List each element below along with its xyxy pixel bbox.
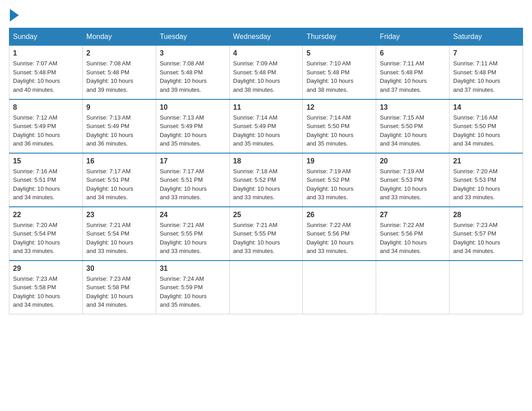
day-number: 23	[86, 211, 152, 219]
calendar-cell	[376, 261, 450, 314]
calendar-cell: 22 Sunrise: 7:20 AM Sunset: 5:54 PM Dayl…	[9, 207, 83, 261]
week-row-5: 29 Sunrise: 7:23 AM Sunset: 5:58 PM Dayl…	[9, 261, 523, 314]
calendar-cell: 11 Sunrise: 7:14 AM Sunset: 5:49 PM Dayl…	[229, 99, 303, 153]
calendar-cell: 25 Sunrise: 7:21 AM Sunset: 5:55 PM Dayl…	[229, 207, 303, 261]
calendar-cell: 8 Sunrise: 7:12 AM Sunset: 5:49 PM Dayli…	[9, 99, 83, 153]
weekday-header-tuesday: Tuesday	[156, 28, 229, 46]
calendar-cell: 6 Sunrise: 7:11 AM Sunset: 5:48 PM Dayli…	[376, 46, 450, 99]
day-info: Sunrise: 7:22 AM Sunset: 5:56 PM Dayligh…	[380, 221, 446, 256]
day-number: 5	[306, 49, 372, 57]
day-info: Sunrise: 7:19 AM Sunset: 5:53 PM Dayligh…	[380, 167, 446, 202]
day-info: Sunrise: 7:19 AM Sunset: 5:52 PM Dayligh…	[306, 167, 372, 202]
day-info: Sunrise: 7:17 AM Sunset: 5:51 PM Dayligh…	[160, 167, 226, 202]
day-number: 28	[453, 211, 519, 219]
day-number: 15	[13, 157, 79, 165]
day-info: Sunrise: 7:10 AM Sunset: 5:48 PM Dayligh…	[306, 59, 372, 94]
calendar-cell: 16 Sunrise: 7:17 AM Sunset: 5:51 PM Dayl…	[82, 153, 156, 207]
calendar-cell: 19 Sunrise: 7:19 AM Sunset: 5:52 PM Dayl…	[303, 153, 376, 207]
calendar-cell: 17 Sunrise: 7:17 AM Sunset: 5:51 PM Dayl…	[156, 153, 229, 207]
day-info: Sunrise: 7:13 AM Sunset: 5:49 PM Dayligh…	[160, 113, 226, 148]
logo	[9, 9, 19, 19]
day-info: Sunrise: 7:14 AM Sunset: 5:50 PM Dayligh…	[306, 113, 372, 148]
week-row-3: 15 Sunrise: 7:16 AM Sunset: 5:51 PM Dayl…	[9, 153, 523, 207]
week-row-1: 1 Sunrise: 7:07 AM Sunset: 5:48 PM Dayli…	[9, 46, 523, 99]
week-row-2: 8 Sunrise: 7:12 AM Sunset: 5:49 PM Dayli…	[9, 99, 523, 153]
calendar-cell: 4 Sunrise: 7:09 AM Sunset: 5:48 PM Dayli…	[229, 46, 303, 99]
day-number: 31	[160, 265, 226, 273]
day-info: Sunrise: 7:11 AM Sunset: 5:48 PM Dayligh…	[453, 59, 519, 94]
day-number: 2	[86, 49, 152, 57]
weekday-header-friday: Friday	[376, 28, 450, 46]
calendar-cell: 2 Sunrise: 7:08 AM Sunset: 5:48 PM Dayli…	[82, 46, 156, 99]
day-number: 4	[233, 49, 299, 57]
weekday-header-row: SundayMondayTuesdayWednesdayThursdayFrid…	[9, 28, 523, 46]
day-info: Sunrise: 7:24 AM Sunset: 5:59 PM Dayligh…	[160, 274, 226, 309]
day-info: Sunrise: 7:23 AM Sunset: 5:57 PM Dayligh…	[453, 221, 519, 256]
calendar-cell: 24 Sunrise: 7:21 AM Sunset: 5:55 PM Dayl…	[156, 207, 229, 261]
svg-marker-0	[10, 9, 19, 21]
calendar-cell: 13 Sunrise: 7:15 AM Sunset: 5:50 PM Dayl…	[376, 99, 450, 153]
calendar-table: SundayMondayTuesdayWednesdayThursdayFrid…	[9, 28, 523, 314]
calendar-cell: 1 Sunrise: 7:07 AM Sunset: 5:48 PM Dayli…	[9, 46, 83, 99]
day-number: 24	[160, 211, 226, 219]
calendar-cell: 27 Sunrise: 7:22 AM Sunset: 5:56 PM Dayl…	[376, 207, 450, 261]
weekday-header-saturday: Saturday	[450, 28, 523, 46]
weekday-header-sunday: Sunday	[9, 28, 83, 46]
day-number: 6	[380, 49, 446, 57]
week-row-4: 22 Sunrise: 7:20 AM Sunset: 5:54 PM Dayl…	[9, 207, 523, 261]
day-number: 17	[160, 157, 226, 165]
day-info: Sunrise: 7:07 AM Sunset: 5:48 PM Dayligh…	[13, 59, 79, 94]
day-number: 20	[380, 157, 446, 165]
calendar-cell: 23 Sunrise: 7:21 AM Sunset: 5:54 PM Dayl…	[82, 207, 156, 261]
day-number: 8	[13, 103, 79, 111]
day-number: 18	[233, 157, 299, 165]
calendar-cell: 29 Sunrise: 7:23 AM Sunset: 5:58 PM Dayl…	[9, 261, 83, 314]
calendar-cell: 21 Sunrise: 7:20 AM Sunset: 5:53 PM Dayl…	[450, 153, 523, 207]
day-info: Sunrise: 7:21 AM Sunset: 5:55 PM Dayligh…	[160, 221, 226, 256]
calendar-cell: 9 Sunrise: 7:13 AM Sunset: 5:49 PM Dayli…	[82, 99, 156, 153]
day-info: Sunrise: 7:13 AM Sunset: 5:49 PM Dayligh…	[86, 113, 152, 148]
weekday-header-wednesday: Wednesday	[229, 28, 303, 46]
calendar-cell: 31 Sunrise: 7:24 AM Sunset: 5:59 PM Dayl…	[156, 261, 229, 314]
calendar-cell: 28 Sunrise: 7:23 AM Sunset: 5:57 PM Dayl…	[450, 207, 523, 261]
calendar-cell: 3 Sunrise: 7:08 AM Sunset: 5:48 PM Dayli…	[156, 46, 229, 99]
day-number: 21	[453, 157, 519, 165]
calendar-cell: 30 Sunrise: 7:23 AM Sunset: 5:58 PM Dayl…	[82, 261, 156, 314]
day-info: Sunrise: 7:09 AM Sunset: 5:48 PM Dayligh…	[233, 59, 299, 94]
day-info: Sunrise: 7:16 AM Sunset: 5:51 PM Dayligh…	[13, 167, 79, 202]
calendar-cell	[229, 261, 303, 314]
day-number: 10	[160, 103, 226, 111]
day-number: 26	[306, 211, 372, 219]
day-info: Sunrise: 7:17 AM Sunset: 5:51 PM Dayligh…	[86, 167, 152, 202]
day-number: 22	[13, 211, 79, 219]
weekday-header-thursday: Thursday	[303, 28, 376, 46]
day-number: 11	[233, 103, 299, 111]
day-info: Sunrise: 7:20 AM Sunset: 5:54 PM Dayligh…	[13, 221, 79, 256]
calendar-cell: 20 Sunrise: 7:19 AM Sunset: 5:53 PM Dayl…	[376, 153, 450, 207]
calendar-cell	[303, 261, 376, 314]
day-number: 3	[160, 49, 226, 57]
calendar-cell: 5 Sunrise: 7:10 AM Sunset: 5:48 PM Dayli…	[303, 46, 376, 99]
day-info: Sunrise: 7:15 AM Sunset: 5:50 PM Dayligh…	[380, 113, 446, 148]
day-number: 25	[233, 211, 299, 219]
day-info: Sunrise: 7:21 AM Sunset: 5:55 PM Dayligh…	[233, 221, 299, 256]
logo-arrow-icon	[10, 9, 19, 21]
day-number: 13	[380, 103, 446, 111]
page-header	[9, 9, 523, 19]
calendar-cell: 10 Sunrise: 7:13 AM Sunset: 5:49 PM Dayl…	[156, 99, 229, 153]
day-number: 30	[86, 265, 152, 273]
weekday-header-monday: Monday	[82, 28, 156, 46]
day-info: Sunrise: 7:16 AM Sunset: 5:50 PM Dayligh…	[453, 113, 519, 148]
day-number: 14	[453, 103, 519, 111]
day-info: Sunrise: 7:22 AM Sunset: 5:56 PM Dayligh…	[306, 221, 372, 256]
day-info: Sunrise: 7:08 AM Sunset: 5:48 PM Dayligh…	[86, 59, 152, 94]
day-number: 16	[86, 157, 152, 165]
calendar-cell: 12 Sunrise: 7:14 AM Sunset: 5:50 PM Dayl…	[303, 99, 376, 153]
day-info: Sunrise: 7:23 AM Sunset: 5:58 PM Dayligh…	[86, 274, 152, 309]
day-info: Sunrise: 7:11 AM Sunset: 5:48 PM Dayligh…	[380, 59, 446, 94]
calendar-cell: 18 Sunrise: 7:18 AM Sunset: 5:52 PM Dayl…	[229, 153, 303, 207]
calendar-cell: 26 Sunrise: 7:22 AM Sunset: 5:56 PM Dayl…	[303, 207, 376, 261]
calendar-cell: 15 Sunrise: 7:16 AM Sunset: 5:51 PM Dayl…	[9, 153, 83, 207]
calendar-cell: 14 Sunrise: 7:16 AM Sunset: 5:50 PM Dayl…	[450, 99, 523, 153]
day-info: Sunrise: 7:12 AM Sunset: 5:49 PM Dayligh…	[13, 113, 79, 148]
